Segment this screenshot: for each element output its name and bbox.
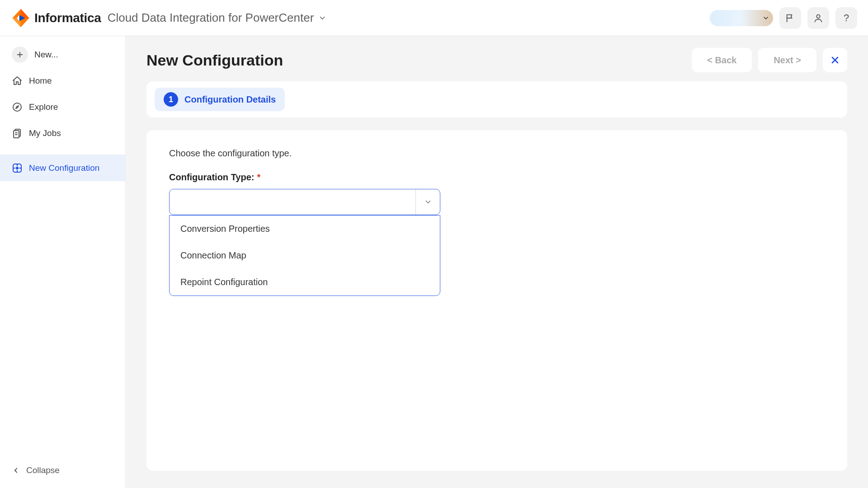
sidebar-item-label: New... <box>34 50 58 60</box>
option-repoint-configuration[interactable]: Repoint Configuration <box>170 269 440 296</box>
app-header: Informatica Cloud Data Integration for P… <box>0 0 868 36</box>
user-button[interactable] <box>807 7 829 29</box>
option-conversion-properties[interactable]: Conversion Properties <box>170 216 440 242</box>
form-card: Choose the configuration type. Configura… <box>146 130 847 471</box>
page-header: New Configuration < Back Next > <box>146 48 847 72</box>
next-button[interactable]: Next > <box>758 48 816 72</box>
close-button[interactable] <box>823 48 847 72</box>
plus-icon <box>12 47 28 63</box>
sidebar-collapse[interactable]: Collapse <box>0 457 125 488</box>
flag-button[interactable] <box>779 7 801 29</box>
logo-block: Informatica <box>11 8 101 28</box>
wizard-steps: 1 Configuration Details <box>146 81 847 117</box>
help-button[interactable]: ? <box>835 7 857 29</box>
informatica-logo-icon <box>11 8 31 28</box>
config-type-input[interactable] <box>170 189 415 215</box>
user-icon <box>813 13 823 23</box>
chevron-left-icon <box>12 466 20 474</box>
form-hint: Choose the configuration type. <box>169 148 825 159</box>
select-toggle[interactable] <box>415 189 440 215</box>
chevron-down-icon <box>762 14 769 22</box>
chevron-down-icon <box>424 198 432 206</box>
help-icon: ? <box>844 12 849 24</box>
main-content: New Configuration < Back Next > 1 Config… <box>126 36 868 488</box>
sidebar-item-new-configuration[interactable]: New Configuration <box>0 155 125 181</box>
config-type-label: Configuration Type: * <box>169 172 825 183</box>
step-number: 1 <box>164 92 178 107</box>
flag-icon <box>785 13 795 23</box>
compass-icon <box>12 102 23 113</box>
sidebar-item-home[interactable]: Home <box>0 68 125 94</box>
sidebar-item-explore[interactable]: Explore <box>0 94 125 120</box>
config-type-dropdown: Conversion Properties Connection Map Rep… <box>169 215 440 296</box>
close-icon <box>830 55 840 66</box>
svg-point-5 <box>816 14 820 18</box>
step-configuration-details[interactable]: 1 Configuration Details <box>155 88 285 111</box>
chevron-down-icon <box>318 14 326 22</box>
page-title: New Configuration <box>146 52 283 69</box>
home-icon <box>12 75 23 86</box>
back-button[interactable]: < Back <box>692 48 752 72</box>
org-switcher[interactable] <box>710 10 773 26</box>
collapse-label: Collapse <box>26 465 60 475</box>
sidebar-item-label: Home <box>29 76 52 86</box>
select-box[interactable] <box>169 189 440 215</box>
brand-name: Informatica <box>34 11 101 25</box>
svg-point-8 <box>13 103 21 111</box>
sidebar-item-myjobs[interactable]: My Jobs <box>0 120 125 146</box>
svg-marker-9 <box>16 106 19 108</box>
target-icon <box>12 163 23 174</box>
sidebar-item-label: New Configuration <box>29 163 99 173</box>
product-name: Cloud Data Integration for PowerCenter <box>108 11 314 25</box>
svg-point-15 <box>16 167 18 169</box>
jobs-icon <box>12 128 23 139</box>
sidebar-item-label: My Jobs <box>29 128 61 138</box>
sidebar-item-label: Explore <box>29 102 58 112</box>
product-switcher[interactable]: Cloud Data Integration for PowerCenter <box>108 11 327 25</box>
config-type-label-text: Configuration Type: <box>169 172 255 183</box>
option-connection-map[interactable]: Connection Map <box>170 242 440 269</box>
step-label: Configuration Details <box>184 94 276 105</box>
config-type-select: Conversion Properties Connection Map Rep… <box>169 189 440 215</box>
sidebar-item-new[interactable]: New... <box>0 42 125 68</box>
header-actions: ? <box>710 7 857 29</box>
required-asterisk: * <box>257 172 261 183</box>
sidebar: New... Home Explore My Jobs <box>0 36 126 488</box>
